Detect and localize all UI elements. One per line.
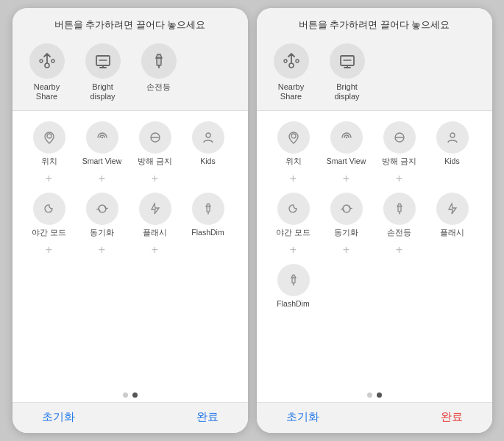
right-bright-display[interactable]: Brightdisplay [326, 43, 369, 101]
right-dot-2 [377, 392, 382, 398]
left-reset-button[interactable]: 초기화 [42, 410, 75, 424]
svg-point-18 [296, 60, 299, 62]
right-grid-flash[interactable]: 플래시 [426, 190, 479, 240]
right-grid-sync[interactable]: 동기화 [320, 190, 373, 240]
right-bright-display-icon [330, 43, 365, 79]
svg-point-27 [450, 133, 455, 137]
left-nearby-share[interactable]: NearbyShare [26, 43, 68, 101]
right-nearby-share-icon [274, 43, 309, 79]
right-grid-nightmode[interactable]: 야간 모드 [267, 190, 320, 240]
svg-point-10 [101, 137, 102, 138]
right-panel: 버튼을 추가하려면 끌어다 놓으세요 NearbyShare [257, 8, 492, 433]
left-panel-header: 버튼을 추가하려면 끌어다 놓으세요 [13, 8, 248, 39]
svg-point-24 [345, 137, 347, 138]
svg-rect-7 [157, 58, 161, 65]
left-bright-display[interactable]: Brightdisplay [82, 43, 124, 101]
svg-rect-14 [207, 207, 210, 212]
right-pagination [257, 387, 492, 402]
right-panel-header: 버튼을 추가하려면 끌어다 놓으세요 [257, 8, 492, 39]
svg-point-2 [52, 60, 54, 62]
svg-point-13 [206, 133, 210, 137]
right-top-icons: NearbyShare Brightdisplay [257, 39, 492, 110]
left-grid-kids[interactable]: Kids [182, 118, 235, 169]
bright-display-label: Brightdisplay [90, 82, 115, 101]
flashlight-icon [141, 43, 177, 79]
svg-rect-28 [398, 207, 401, 212]
left-grid-sync[interactable]: 동기화 [76, 190, 129, 240]
left-grid-flashdim[interactable]: FlashDim [182, 190, 235, 240]
left-done-button[interactable]: 완료 [196, 410, 219, 424]
svg-rect-30 [292, 278, 295, 283]
svg-point-17 [284, 60, 287, 62]
right-grid: 위치 Smart View 방해 금지 Kids + + + [257, 111, 492, 387]
left-top-icons: NearbyShare Brightdisplay 손 [13, 39, 248, 110]
right-reset-button[interactable]: 초기화 [286, 410, 319, 424]
left-grid-dnd[interactable]: 방해 금지 [129, 118, 182, 169]
svg-point-23 [291, 134, 296, 138]
right-grid-dnd[interactable]: 방해 금지 [373, 118, 426, 169]
right-grid-flashlight[interactable]: 손전등 [373, 190, 426, 240]
right-grid-smartview[interactable]: Smart View [320, 118, 373, 169]
right-nearby-share[interactable]: NearbyShare [270, 43, 313, 101]
right-dot-1 [367, 392, 372, 398]
left-panel: 버튼을 추가하려면 끌어다 놓으세요 NearbyShare [13, 8, 248, 433]
nearby-share-label: NearbyShare [34, 82, 60, 101]
right-bright-display-label: Brightdisplay [334, 82, 359, 101]
right-grid-location[interactable]: 위치 [267, 118, 320, 169]
right-nearby-share-label: NearbyShare [278, 82, 304, 101]
left-bottom-bar: 초기화 완료 [13, 402, 248, 433]
svg-point-1 [40, 60, 43, 62]
svg-point-0 [45, 63, 49, 68]
left-pagination [13, 387, 248, 402]
right-grid-flashdim[interactable]: FlashDim [267, 261, 320, 312]
right-done-button[interactable]: 완료 [441, 410, 463, 424]
left-grid-location[interactable]: 위치 [23, 118, 76, 169]
right-bottom-bar: 초기화 완료 [257, 402, 492, 433]
bright-display-icon [85, 43, 121, 79]
flashlight-label: 손전등 [146, 82, 171, 92]
svg-point-16 [289, 63, 294, 68]
dot-1 [123, 392, 128, 398]
left-grid-flash[interactable]: 플래시 [129, 190, 182, 240]
dot-2 [132, 392, 138, 398]
left-grid-nightmode[interactable]: 야간 모드 [23, 190, 76, 240]
left-grid: 위치 Smart View 방해 금지 Kids + + + [13, 111, 248, 387]
left-flashlight[interactable]: 손전등 [138, 43, 180, 101]
left-grid-smartview[interactable]: Smart View [76, 118, 129, 169]
svg-point-9 [47, 134, 52, 138]
right-grid-kids[interactable]: Kids [426, 118, 479, 169]
nearby-share-icon [29, 43, 65, 79]
